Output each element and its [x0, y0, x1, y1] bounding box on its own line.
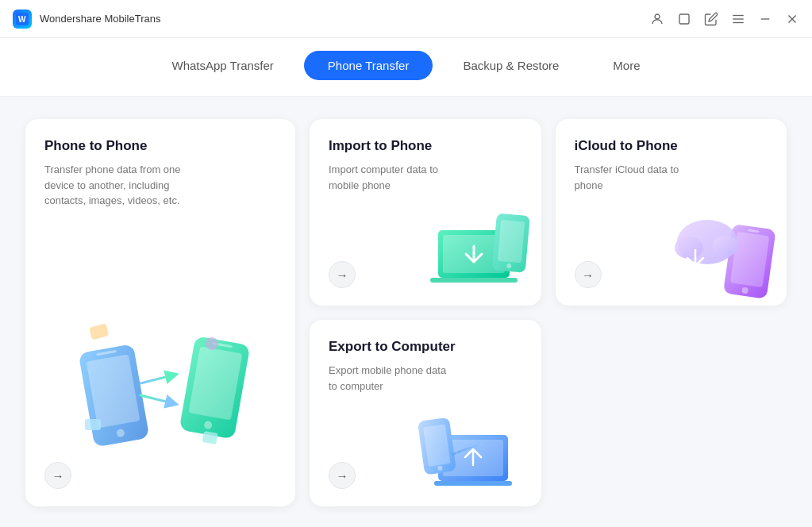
- svg-rect-26: [497, 220, 524, 263]
- svg-rect-21: [85, 419, 101, 430]
- titlebar: W Wondershare MobileTrans: [0, 0, 812, 38]
- svg-rect-3: [679, 14, 689, 24]
- card-import-desc: Import computer data to mobile phone: [329, 162, 456, 193]
- svg-point-34: [713, 236, 738, 256]
- card-phone-to-phone-desc: Transfer phone data from one device to a…: [44, 162, 203, 209]
- card-icloud-desc: Transfer iCloud data to phone: [575, 162, 694, 193]
- account-icon[interactable]: [650, 12, 664, 26]
- window-icon[interactable]: [677, 12, 691, 26]
- tab-more[interactable]: More: [589, 51, 664, 80]
- svg-rect-24: [430, 278, 518, 283]
- tab-phone[interactable]: Phone Transfer: [304, 51, 433, 80]
- svg-point-2: [655, 14, 660, 19]
- svg-point-20: [206, 337, 218, 350]
- close-icon[interactable]: [785, 12, 799, 26]
- icloud-arrow[interactable]: →: [575, 261, 602, 288]
- phone-to-phone-arrow[interactable]: →: [44, 462, 71, 489]
- card-icloud-to-phone[interactable]: iCloud to Phone Transfer iCloud data to …: [556, 119, 787, 306]
- app-icon: W: [13, 10, 32, 29]
- svg-rect-18: [89, 323, 109, 340]
- icloud-illustration: [668, 202, 779, 298]
- main-content: Phone to Phone Transfer phone data from …: [0, 97, 812, 527]
- card-icloud-title: iCloud to Phone: [575, 138, 768, 154]
- edit-icon[interactable]: [704, 12, 718, 26]
- import-illustration: [422, 202, 533, 298]
- tab-backup[interactable]: Backup & Restore: [439, 51, 583, 80]
- card-export-title: Export to Computer: [329, 339, 522, 355]
- phone-to-phone-illustration: [65, 316, 256, 459]
- titlebar-controls: [650, 12, 799, 26]
- card-phone-to-phone-title: Phone to Phone: [44, 138, 276, 154]
- import-arrow[interactable]: →: [329, 261, 356, 288]
- app-title: Wondershare MobileTrans: [40, 13, 160, 25]
- svg-point-33: [675, 237, 703, 259]
- card-export-desc: Export mobile phone data to computer: [329, 363, 452, 394]
- svg-text:W: W: [18, 15, 26, 24]
- nav-tabs: WhatsApp Transfer Phone Transfer Backup …: [0, 38, 812, 97]
- export-arrow[interactable]: →: [329, 462, 356, 489]
- tab-whatsapp[interactable]: WhatsApp Transfer: [148, 51, 297, 80]
- card-import-title: Import to Phone: [329, 138, 522, 154]
- card-phone-to-phone[interactable]: Phone to Phone Transfer phone data from …: [25, 119, 295, 506]
- svg-rect-37: [434, 481, 512, 486]
- card-export-to-computer[interactable]: Export to Computer Export mobile phone d…: [310, 320, 541, 506]
- titlebar-left: W Wondershare MobileTrans: [13, 10, 160, 29]
- minimize-icon[interactable]: [758, 12, 772, 26]
- export-illustration: [414, 403, 533, 498]
- menu-icon[interactable]: [731, 12, 745, 26]
- card-import-to-phone[interactable]: Import to Phone Import computer data to …: [310, 119, 541, 306]
